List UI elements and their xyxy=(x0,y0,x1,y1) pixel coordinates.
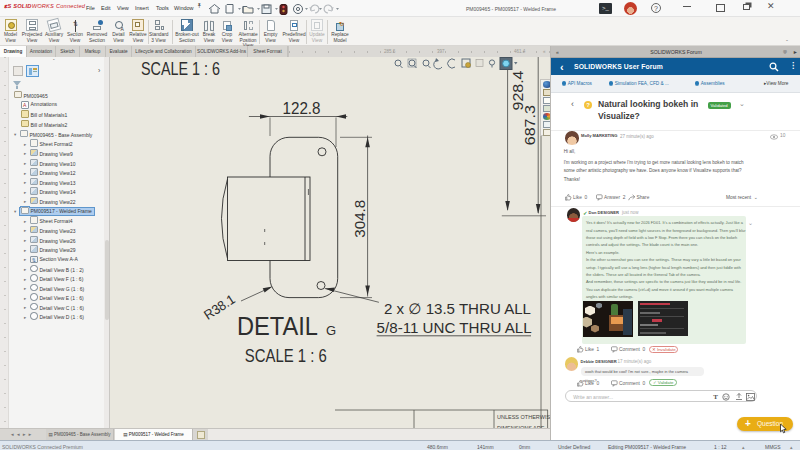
svg-text:2 x ∅ 13.5 THRU ALL: 2 x ∅ 13.5 THRU ALL xyxy=(384,300,531,317)
svg-text:SCALE 1 : 6: SCALE 1 : 6 xyxy=(141,59,220,79)
svg-text:122.8: 122.8 xyxy=(283,99,321,117)
svg-text:928.4: 928.4 xyxy=(510,71,526,111)
svg-text:R38.1: R38.1 xyxy=(201,292,238,323)
svg-text:5/8-11 UNC THRU ALL: 5/8-11 UNC THRU ALL xyxy=(377,319,532,336)
svg-text:SCALE 1 : 6: SCALE 1 : 6 xyxy=(245,346,327,366)
svg-text:304.8: 304.8 xyxy=(351,200,368,238)
svg-text:687.3: 687.3 xyxy=(522,105,538,145)
svg-text:DETAIL: DETAIL xyxy=(237,311,318,341)
svg-text:UNLESS OTHERWISE SPEC: UNLESS OTHERWISE SPEC xyxy=(497,414,550,420)
svg-text:G: G xyxy=(326,323,336,338)
